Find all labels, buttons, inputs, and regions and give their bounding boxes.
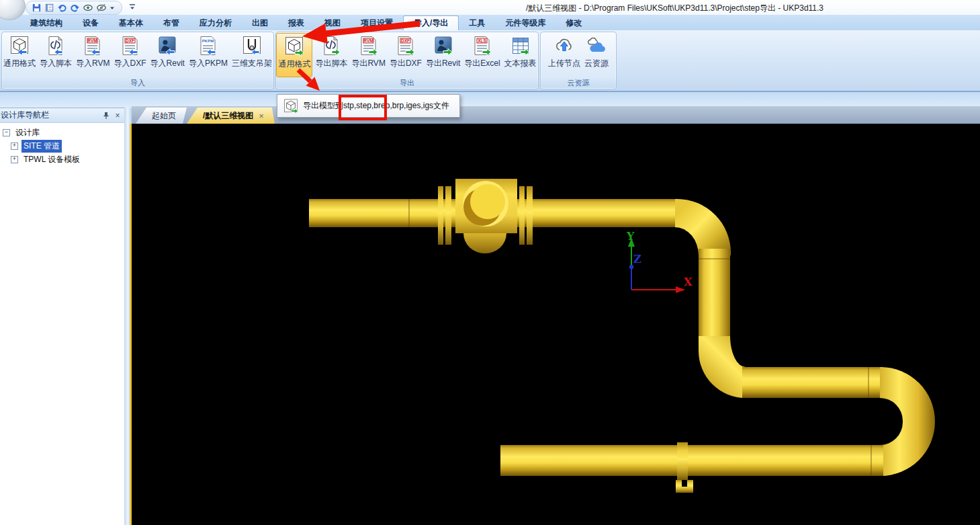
export-text-report-button[interactable]: 文本报表 bbox=[503, 33, 538, 77]
doc-export-icon: RVM bbox=[358, 35, 380, 56]
app-window: /默认三维视图 - D:\Program Files\UKSoft\UKP3d1… bbox=[0, 0, 980, 525]
ribbon-group-label-import: 导入 bbox=[2, 78, 273, 88]
script-import-icon bbox=[45, 35, 66, 56]
svg-text:DXF: DXF bbox=[401, 38, 410, 43]
customize-toolbar-icon[interactable] bbox=[128, 2, 137, 11]
ribbon-group-cloud: 上传节点 云资源 云资源 bbox=[540, 32, 617, 89]
ribbon-tab-piping[interactable]: 布管 bbox=[153, 16, 189, 30]
export-rvm-button[interactable]: RVM 导出RVM bbox=[350, 33, 386, 77]
table-report-icon bbox=[510, 35, 531, 56]
tab-start-page[interactable]: 起始页 bbox=[136, 108, 187, 124]
axis-label-z: Z bbox=[633, 253, 641, 266]
ribbon-group-import: 通用格式 导入脚本 RVM 导入RVM DXF 导入DXF 导入Revit bbox=[1, 32, 274, 89]
import-dxf-button[interactable]: DXF 导入DXF bbox=[113, 33, 148, 77]
viewport-3d[interactable]: Y Z X bbox=[130, 124, 980, 525]
panel-header: 设计库导航栏 × bbox=[0, 108, 124, 123]
ribbon-tab-building-structure[interactable]: 建筑结构 bbox=[20, 16, 73, 30]
notebook-icon[interactable] bbox=[44, 3, 54, 13]
ribbon-tab-equipment[interactable]: 设备 bbox=[73, 16, 109, 30]
tab-default-3d-view[interactable]: /默认三维视图 × bbox=[187, 108, 275, 124]
title-bar bbox=[0, 0, 980, 15]
undo-icon[interactable] bbox=[57, 3, 67, 13]
ribbon-tab-bar: 建筑结构 设备 基本体 布管 应力分析 出图 报表 视图 项目设置 导入/导出 … bbox=[0, 15, 980, 30]
annotation-highlight-box bbox=[339, 95, 387, 120]
upload-node-button[interactable]: 上传节点 bbox=[547, 33, 582, 77]
import-rvm-button[interactable]: RVM 导入RVM bbox=[75, 33, 111, 77]
collapse-expander-icon[interactable]: − bbox=[3, 129, 10, 136]
ribbon-tab-view[interactable]: 视图 bbox=[314, 16, 351, 30]
ribbon-tab-stress-analysis[interactable]: 应力分析 bbox=[189, 16, 242, 30]
cube-export-icon bbox=[283, 36, 305, 57]
doc-import-icon: RVM bbox=[82, 35, 103, 56]
export-script-button[interactable]: 导出脚本 bbox=[314, 33, 349, 77]
document-tab-bar: 起始页 /默认三维视图 × bbox=[132, 106, 980, 124]
svg-text:PKPM: PKPM bbox=[202, 39, 214, 43]
ribbon-tab-component-library[interactable]: 元件等级库 bbox=[495, 16, 555, 30]
axis-label-y: Y bbox=[626, 230, 635, 243]
cube-export-icon bbox=[283, 98, 299, 114]
cloud-resource-button[interactable]: 云资源 bbox=[583, 33, 610, 77]
import-3d-hanger-button[interactable]: 三维支吊架 bbox=[230, 33, 273, 77]
svg-text:XLS: XLS bbox=[478, 38, 486, 43]
doc-export-icon: XLS bbox=[472, 35, 493, 56]
ribbon-tab-primitives[interactable]: 基本体 bbox=[109, 16, 153, 30]
doc-export-icon: DXF bbox=[395, 35, 416, 56]
svg-text:DXF: DXF bbox=[126, 38, 134, 43]
import-pkpm-button[interactable]: PKPM 导入PKPM bbox=[187, 33, 229, 77]
svg-text:RVM: RVM bbox=[363, 38, 373, 43]
export-generic-format-button[interactable]: 通用格式 bbox=[276, 33, 312, 77]
cube-import-icon bbox=[9, 35, 30, 56]
tab-close-icon[interactable]: × bbox=[259, 111, 264, 121]
axes-triad: Y Z X bbox=[132, 124, 980, 525]
ribbon-tab-project-settings[interactable]: 项目设置 bbox=[351, 16, 403, 30]
export-excel-button[interactable]: XLS 导出Excel bbox=[463, 33, 501, 77]
ribbon-group-export: 通用格式 导出脚本 RVM 导出RVM DXF 导出DXF 导出Revit bbox=[275, 32, 539, 89]
cloud-upload-icon bbox=[553, 35, 575, 56]
script-export-icon bbox=[320, 35, 342, 56]
window-title: /默认三维视图 - D:\Program Files\UKSoft\UKP3d1… bbox=[526, 3, 823, 14]
expand-expander-icon[interactable]: + bbox=[11, 143, 18, 150]
cloud-resource-icon bbox=[586, 35, 607, 56]
import-script-button[interactable]: 导入脚本 bbox=[38, 33, 73, 77]
import-revit-button[interactable]: 导入Revit bbox=[149, 33, 186, 77]
hanger-icon bbox=[241, 35, 263, 56]
revit-export-icon bbox=[433, 35, 454, 56]
export-revit-button[interactable]: 导出Revit bbox=[425, 33, 461, 77]
ribbon-tab-tools[interactable]: 工具 bbox=[459, 16, 495, 30]
ribbon-tab-import-export[interactable]: 导入/导出 bbox=[403, 15, 459, 30]
ribbon-tab-reports[interactable]: 报表 bbox=[278, 16, 314, 30]
expand-expander-icon[interactable]: + bbox=[11, 156, 18, 163]
ribbon: 通用格式 导入脚本 RVM 导入RVM DXF 导入DXF 导入Revit bbox=[0, 30, 980, 92]
ribbon-tab-modify[interactable]: 修改 bbox=[555, 16, 592, 30]
panel-close-icon[interactable]: × bbox=[113, 111, 122, 120]
selected-tree-item[interactable]: SITE 管道 bbox=[21, 140, 62, 153]
svg-text:RVM: RVM bbox=[88, 38, 97, 43]
dropdown-caret-icon[interactable] bbox=[109, 5, 115, 11]
doc-import-icon: PKPM bbox=[197, 35, 219, 56]
design-library-tree: − 设计库 + SITE 管道 + TPWL 设备模板 bbox=[0, 126, 124, 166]
quick-access-toolbar bbox=[26, 1, 122, 15]
doc-import-icon: DXF bbox=[120, 35, 141, 56]
ribbon-group-label-export: 导出 bbox=[276, 78, 538, 88]
panel-title: 设计库导航栏 bbox=[1, 110, 101, 121]
ribbon-lower-strip bbox=[0, 92, 980, 108]
ribbon-group-label-cloud: 云资源 bbox=[541, 78, 616, 88]
tree-node-tpwl-template[interactable]: + TPWL 设备模板 bbox=[11, 153, 124, 166]
redo-icon[interactable] bbox=[70, 3, 80, 13]
tree-node-site-pipeline[interactable]: + SITE 管道 bbox=[11, 139, 124, 153]
save-icon[interactable] bbox=[32, 3, 42, 13]
export-dxf-button[interactable]: DXF 导出DXF bbox=[388, 33, 423, 77]
hide-entities-icon[interactable] bbox=[96, 3, 107, 13]
tree-node-design-library[interactable]: − 设计库 bbox=[3, 126, 124, 139]
axis-label-x: X bbox=[684, 276, 693, 288]
pin-icon[interactable] bbox=[101, 111, 111, 120]
revit-import-icon bbox=[157, 35, 178, 56]
design-library-panel: 设计库导航栏 × − 设计库 + SITE 管道 + TPWL 设备模板 bbox=[0, 108, 124, 525]
ribbon-tab-drawing[interactable]: 出图 bbox=[242, 16, 278, 30]
import-generic-format-button[interactable]: 通用格式 bbox=[2, 33, 37, 77]
show-entities-icon[interactable] bbox=[83, 3, 93, 13]
